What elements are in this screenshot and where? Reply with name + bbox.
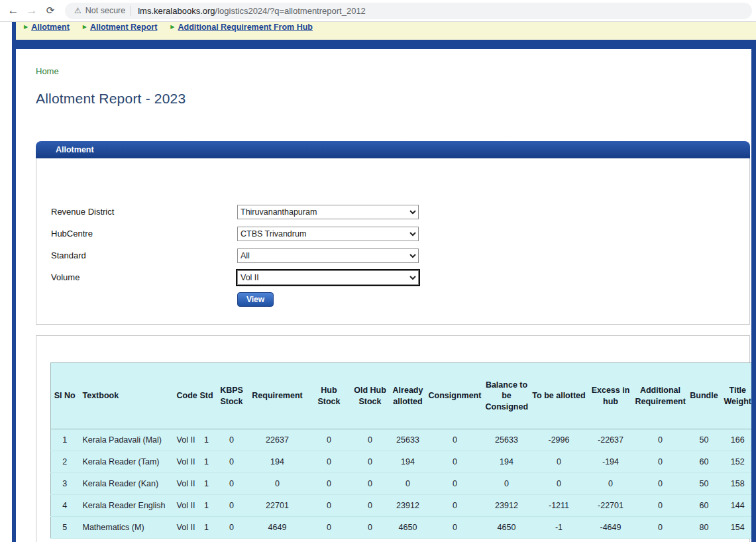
table-cell: 25633 xyxy=(484,429,530,451)
table-cell: 0 xyxy=(427,517,484,539)
table-cell: 22637 xyxy=(248,429,307,451)
table-cell: Kerala Reader English xyxy=(79,495,175,517)
table-cell: 0 xyxy=(216,517,248,539)
url-path: /logistics2024/?q=allotmentreport_2012 xyxy=(215,6,366,16)
table-cell: 0 xyxy=(307,451,351,473)
hubcentre-select[interactable]: CTBS Trivandrum xyxy=(237,227,419,241)
table-cell: 0 xyxy=(216,451,248,473)
column-header-balance-to-be-consigned: Balance to be Consigned xyxy=(484,363,530,429)
table-cell: 2 xyxy=(51,451,79,473)
table-cell: Mathematics (M) xyxy=(79,517,175,539)
table-cell: 0 xyxy=(307,495,351,517)
table-cell: 1 xyxy=(197,517,216,539)
table-cell: 0 xyxy=(307,473,351,495)
table-cell: 4649 xyxy=(248,517,307,539)
table-cell: 0 xyxy=(307,517,351,539)
table-cell: 0 xyxy=(530,473,588,495)
standard-label: Standard xyxy=(51,250,237,260)
table-cell: 23912 xyxy=(390,495,427,517)
column-header-excess-in-hub: Excess in hub xyxy=(588,363,633,429)
table-cell: 0 xyxy=(307,429,351,451)
column-header-already-allotted: Already allotted xyxy=(390,363,427,429)
view-button-row: View xyxy=(51,292,749,307)
breadcrumb: Home xyxy=(36,66,750,76)
table-cell: 0 xyxy=(351,495,390,517)
column-header-consignment: Consignment xyxy=(427,363,484,429)
omnibox-divider xyxy=(131,6,131,16)
volume-select[interactable]: Vol II xyxy=(237,270,419,285)
allotment-report-table: Sl NoTextbookCodeStdKBPS StockRequiremen… xyxy=(50,362,755,539)
column-header-to-be-allotted: To be allotted xyxy=(530,363,588,429)
volume-label: Volume xyxy=(51,272,237,282)
table-cell: 0 xyxy=(633,429,688,451)
table-cell: -4649 xyxy=(588,517,633,539)
table-cell: 0 xyxy=(248,473,307,495)
table-cell: 154 xyxy=(721,517,755,539)
table-cell: 0 xyxy=(351,429,390,451)
url-domain: lms.keralabooks.org xyxy=(138,6,215,16)
table-cell: 0 xyxy=(216,473,248,495)
table-cell: 1 xyxy=(197,495,216,517)
table-cell: 0 xyxy=(633,451,688,473)
table-header: Sl NoTextbookCodeStdKBPS StockRequiremen… xyxy=(51,363,755,429)
menu-item-allotment[interactable]: ▶Allotment xyxy=(24,22,70,33)
table-row: 4Kerala Reader EnglishVol II102270100239… xyxy=(51,495,755,517)
table-cell: 194 xyxy=(248,451,307,473)
table-cell: 3 xyxy=(51,473,79,495)
menu-item-additional-requirement-from-hub[interactable]: ▶Additional Requirement From Hub xyxy=(170,22,313,33)
not-secure-label: Not secure xyxy=(85,6,125,15)
triangle-bullet-icon: ▶ xyxy=(83,22,87,33)
table-cell: 0 xyxy=(427,451,484,473)
table-cell: 194 xyxy=(484,451,530,473)
table-cell: 1 xyxy=(197,451,216,473)
revenue-district-select[interactable]: Thiruvananthapuram xyxy=(237,205,419,219)
table-cell: -22701 xyxy=(588,495,633,517)
warning-triangle-icon: ⚠ xyxy=(74,6,81,15)
column-header-code: Code xyxy=(175,363,197,429)
table-cell: 4 xyxy=(51,495,79,517)
view-button[interactable]: View xyxy=(237,292,274,307)
column-header-hub-stock: Hub Stock xyxy=(307,363,351,429)
forward-button[interactable]: → xyxy=(23,4,41,17)
hubcentre-label: HubCentre xyxy=(51,229,237,239)
menu-item-label: Allotment Report xyxy=(90,22,157,33)
table-cell: 0 xyxy=(427,495,484,517)
table-cell: 0 xyxy=(216,429,248,451)
table-cell: 152 xyxy=(721,451,755,473)
table-cell: Kerala Reader (Tam) xyxy=(79,451,175,473)
table-cell: 166 xyxy=(721,429,755,451)
table-cell: 144 xyxy=(721,495,755,517)
table-cell: 60 xyxy=(688,495,721,517)
table-cell: 22701 xyxy=(248,495,307,517)
column-header-requirement: Requirement xyxy=(248,363,307,429)
address-bar[interactable]: ⚠ Not secure lms.keralabooks.org/logisti… xyxy=(65,3,752,19)
header-band xyxy=(16,40,756,49)
table-row: 3Kerala Reader (Kan)Vol II10000000000501… xyxy=(51,473,755,495)
standard-select[interactable]: All xyxy=(237,248,419,263)
table-cell: Vol II xyxy=(175,473,197,495)
column-header-textbook: Textbook xyxy=(79,363,175,429)
page-title: Allotment Report - 2023 xyxy=(36,91,750,107)
reload-button[interactable]: ⟳ xyxy=(41,5,60,17)
column-header-old-hub-stock: Old Hub Stock xyxy=(351,363,390,429)
back-button[interactable]: ← xyxy=(4,4,23,17)
site-frame: ▶Allotment▶Allotment Report▶Additional R… xyxy=(12,22,756,542)
revenue-district-label: Revenue District xyxy=(51,207,237,217)
table-cell: 0 xyxy=(633,495,688,517)
table-cell: 80 xyxy=(688,517,721,539)
table-cell: Kerala Reader (Kan) xyxy=(79,473,175,495)
table-cell: 25633 xyxy=(390,429,427,451)
revenue-district-row: Revenue District Thiruvananthapuram xyxy=(51,201,749,223)
table-cell: 194 xyxy=(390,451,427,473)
table-cell: 0 xyxy=(427,429,484,451)
breadcrumb-home-link[interactable]: Home xyxy=(36,66,59,76)
triangle-bullet-icon: ▶ xyxy=(170,22,174,33)
menu-item-allotment-report[interactable]: ▶Allotment Report xyxy=(83,22,158,33)
allotment-form: Revenue District Thiruvananthapuram HubC… xyxy=(36,158,750,325)
table-cell: Vol II xyxy=(175,517,197,539)
table-cell: 0 xyxy=(351,517,390,539)
hubcentre-row: HubCentre CTBS Trivandrum xyxy=(51,223,749,244)
browser-window: ← → ⟳ ⚠ Not secure lms.keralabooks.org/l… xyxy=(0,0,756,542)
table-cell: 0 xyxy=(351,451,390,473)
table-cell: 0 xyxy=(633,473,688,495)
